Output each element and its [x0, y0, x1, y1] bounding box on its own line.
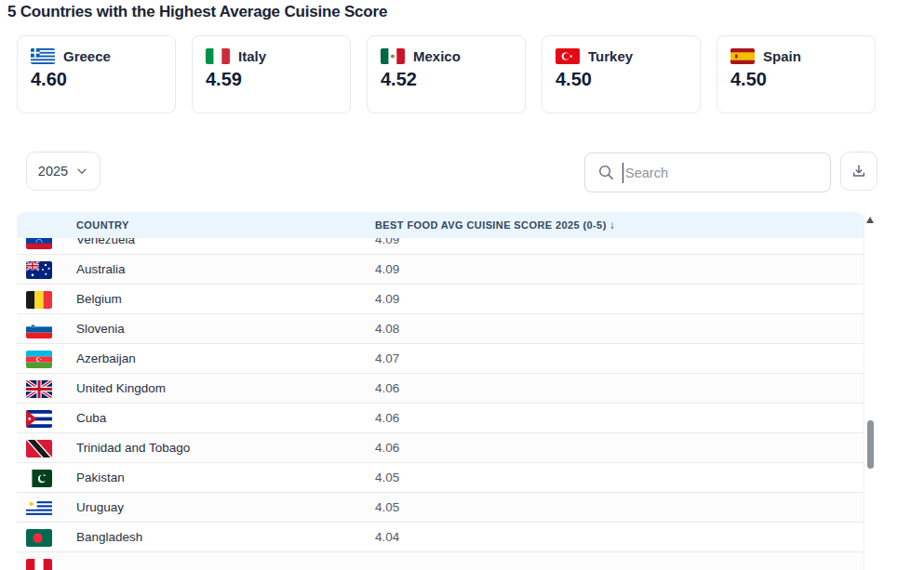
card-score-value: 4.59	[206, 69, 337, 90]
card-country-name: Spain	[763, 48, 801, 64]
top-card-spain: Spain4.50	[716, 35, 876, 113]
page-title: 5 Countries with the Highest Average Cui…	[7, 3, 387, 21]
top-card-italy: Italy4.59	[192, 35, 351, 113]
card-head: Turkey	[556, 48, 687, 64]
italy-flag-icon	[206, 48, 230, 64]
row-country-name: Australia	[76, 262, 126, 276]
row-country-name: Belgium	[76, 292, 122, 306]
card-country-name: Mexico	[413, 48, 461, 64]
azerbaijan-flag-icon	[26, 351, 52, 368]
table-row: Trinidad and Tobago4.06	[17, 433, 864, 463]
year-filter-dropdown[interactable]: 2025	[26, 152, 100, 191]
row-score-value: 4.06	[375, 381, 399, 395]
scroll-up-arrow-icon[interactable]	[866, 217, 874, 223]
row-country-name: Pakistan	[76, 471, 125, 484]
year-filter-value: 2025	[38, 164, 68, 179]
row-score-value: 4.09	[375, 292, 399, 306]
table-row: United Kingdom4.06	[17, 374, 864, 404]
row-country-name: Azerbaijan	[76, 351, 136, 365]
row-country-name: Bangladesh	[76, 530, 142, 544]
table-scrollbar[interactable]	[864, 212, 876, 570]
row-score-value: 4.05	[375, 500, 399, 514]
row-score-value: 4.09	[375, 262, 399, 276]
table-row: Slovenia4.08	[17, 314, 864, 344]
card-head: Greece	[31, 48, 162, 64]
search-box	[584, 152, 831, 192]
row-score-value: 4.06	[375, 441, 399, 455]
table-row: Uruguay4.05	[17, 493, 864, 523]
australia-flag-icon	[26, 261, 52, 279]
app-window: 5 Countries with the Highest Average Cui…	[0, 0, 924, 570]
table-row: Cuba4.06	[17, 404, 864, 433]
belgium-flag-icon	[26, 291, 52, 309]
row-country-name: United Kingdom	[76, 381, 166, 395]
row-score-value: 4.05	[375, 471, 399, 484]
download-icon	[850, 163, 867, 179]
table-row	[17, 552, 864, 570]
card-country-name: Italy	[238, 48, 266, 64]
bangladesh-flag-icon	[26, 529, 52, 547]
row-score-value: 4.08	[375, 322, 399, 336]
column-header-score[interactable]: BEST FOOD AVG CUISINE SCORE 2025 (0-5)↓	[375, 219, 615, 232]
row-score-value: 4.04	[375, 530, 399, 544]
card-score-value: 4.50	[556, 69, 687, 90]
card-country-name: Greece	[63, 48, 111, 64]
table-row: Bangladesh4.04	[17, 523, 864, 552]
chevron-down-icon	[75, 165, 88, 178]
search-icon	[597, 164, 615, 181]
column-header-country[interactable]: COUNTRY	[76, 219, 129, 231]
scrollbar-thumb[interactable]	[867, 420, 874, 469]
top-card-turkey: Turkey4.50	[542, 35, 701, 113]
table-header: COUNTRY BEST FOOD AVG CUISINE SCORE 2025…	[17, 212, 864, 238]
sort-desc-icon: ↓	[609, 219, 615, 232]
top-card-greece: Greece4.60	[17, 35, 176, 113]
table-row: Australia4.09	[17, 255, 864, 285]
slovenia-flag-icon	[26, 321, 52, 338]
row-score-value: 4.07	[375, 351, 399, 365]
top-cards: Greece4.60Italy4.59Mexico4.52Turkey4.50S…	[17, 35, 876, 113]
cuisine-score-table: Venezuela4.09Australia4.09Belgium4.09Slo…	[17, 212, 876, 570]
search-input[interactable]	[623, 153, 830, 192]
trinidad-and-tobago-flag-icon	[26, 440, 52, 457]
turkey-flag-icon	[556, 48, 580, 64]
top-card-mexico: Mexico4.52	[367, 35, 526, 113]
table-row: Pakistan4.05	[17, 463, 864, 493]
row-score-value: 4.06	[375, 411, 399, 425]
peru-flag-icon	[26, 559, 52, 570]
row-country-name: Slovenia	[76, 322, 125, 336]
row-country-name: Cuba	[76, 411, 106, 425]
card-head: Spain	[730, 48, 862, 64]
united-kingdom-flag-icon	[26, 380, 52, 398]
card-score-value: 4.50	[730, 69, 862, 90]
card-score-value: 4.52	[381, 69, 512, 90]
row-country-name: Uruguay	[76, 500, 124, 514]
card-head: Italy	[206, 48, 337, 64]
pakistan-flag-icon	[26, 470, 52, 487]
table-row: Azerbaijan4.07	[17, 344, 864, 374]
cuba-flag-icon	[26, 410, 52, 428]
uruguay-flag-icon	[26, 499, 52, 517]
download-button[interactable]	[840, 152, 877, 191]
greece-flag-icon	[31, 48, 55, 64]
mexico-flag-icon	[381, 48, 405, 64]
spain-flag-icon	[730, 48, 755, 64]
card-head: Mexico	[381, 48, 512, 64]
card-country-name: Turkey	[588, 48, 633, 64]
table-body: Venezuela4.09Australia4.09Belgium4.09Slo…	[17, 225, 864, 570]
card-score-value: 4.60	[31, 69, 162, 90]
row-country-name: Trinidad and Tobago	[76, 441, 190, 455]
table-row: Belgium4.09	[17, 285, 864, 314]
